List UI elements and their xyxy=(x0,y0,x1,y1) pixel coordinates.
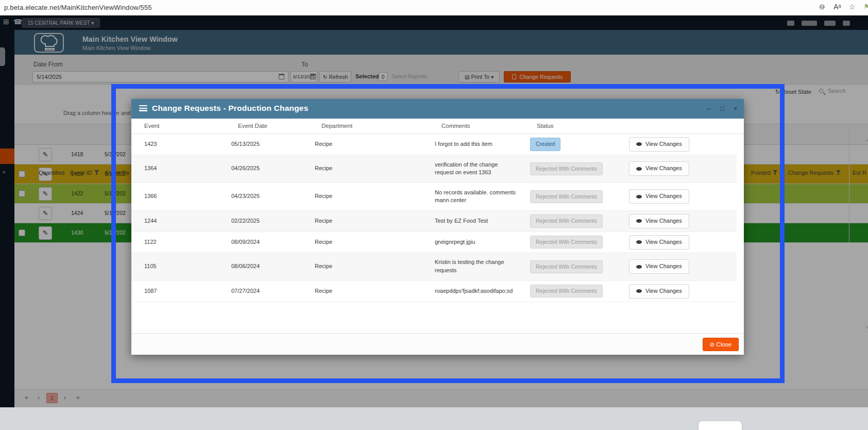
screen: p.beta.elecate.net/MainKitchenViewWindow… xyxy=(0,0,868,430)
status-cell: Rejected With Comments xyxy=(524,211,623,230)
status-badge: Rejected With Comments xyxy=(530,285,603,297)
modal-table-row[interactable]: 112208/09/2024Recipegneignrpegt jgiuReje… xyxy=(131,232,737,253)
comment-cell: gneignrpegt jgiu xyxy=(429,235,524,250)
scroll-up-icon[interactable]: ▲ xyxy=(865,137,868,142)
event-date-cell: 07/27/2024 xyxy=(225,284,309,299)
corner-tooltip xyxy=(699,421,742,430)
column-status[interactable]: Status xyxy=(537,123,554,129)
column-event-date[interactable]: Event Date xyxy=(238,123,267,129)
eye-icon xyxy=(636,240,642,244)
status-badge: Rejected With Comments xyxy=(530,190,603,203)
status-cell: Created xyxy=(524,135,623,154)
column-event[interactable]: Event xyxy=(144,123,159,129)
actions-cell: View Changes xyxy=(623,186,725,207)
actions-cell: View Changes xyxy=(623,134,725,155)
modal-footer: ⊘ Close xyxy=(131,333,744,355)
status-cell: Rejected With Comments xyxy=(524,159,623,178)
event-cell: 1105 xyxy=(131,259,225,274)
view-changes-button[interactable]: View Changes xyxy=(629,161,689,176)
status-cell: Rejected With Comments xyxy=(524,282,623,301)
event-date-cell: 02/22/2025 xyxy=(225,214,309,228)
modal-table-header: Event Event Date Department Comments Sta… xyxy=(131,119,744,134)
comment-cell: Kristin is testing the change requests xyxy=(429,255,524,278)
modal-table-row[interactable]: 136604/23/2025RecipeNo records available… xyxy=(131,183,737,211)
view-changes-button[interactable]: View Changes xyxy=(629,259,689,274)
department-cell: Recipe xyxy=(309,259,429,274)
event-date-cell: 04/23/2025 xyxy=(225,189,309,204)
comment-cell: roaepddps'fjsadkf;asodifapo;sd xyxy=(429,284,524,299)
comment-cell: No records available. comments mann cent… xyxy=(429,186,524,208)
actions-cell: View Changes xyxy=(623,211,725,231)
url-text[interactable]: p.beta.elecate.net/MainKitchenViewWindow… xyxy=(4,4,152,11)
event-cell: 1366 xyxy=(131,189,225,204)
scroll-down-icon[interactable]: ▼ xyxy=(865,325,868,330)
event-cell: 1087 xyxy=(131,284,225,299)
department-cell: Recipe xyxy=(309,137,429,152)
department-cell: Recipe xyxy=(309,235,429,250)
event-date-cell: 05/13/2025 xyxy=(225,137,309,152)
actions-cell: View Changes xyxy=(623,281,725,302)
department-cell: Recipe xyxy=(309,161,429,176)
eye-icon xyxy=(636,289,642,293)
column-department[interactable]: Department xyxy=(321,123,352,129)
comment-cell: I forgot to add this item xyxy=(429,137,524,152)
status-badge: Rejected With Comments xyxy=(530,260,603,273)
eye-icon xyxy=(636,167,642,171)
event-date-cell: 04/26/2025 xyxy=(225,161,309,176)
close-x-icon[interactable]: × xyxy=(734,105,738,112)
event-cell: 1122 xyxy=(131,235,225,250)
comment-cell: verification of the change request on ev… xyxy=(429,158,524,180)
modal-table-row[interactable]: 136404/26/2025Recipeverification of the … xyxy=(131,155,737,183)
text-size-icon[interactable]: Aᵃ xyxy=(833,3,841,11)
pin-icon[interactable]: ⚑ xyxy=(863,3,868,11)
view-changes-button[interactable]: View Changes xyxy=(629,214,689,228)
actions-cell: View Changes xyxy=(623,256,725,277)
event-cell: 1364 xyxy=(131,161,225,176)
event-date-cell: 08/06/2024 xyxy=(225,259,309,274)
department-cell: Recipe xyxy=(309,284,429,299)
view-changes-button[interactable]: View Changes xyxy=(629,189,689,204)
status-badge: Rejected With Comments xyxy=(530,162,603,175)
status-badge: Rejected With Comments xyxy=(530,214,603,227)
department-cell: Recipe xyxy=(309,214,429,228)
modal-table-row[interactable]: 124402/22/2025RecipeTest by EZ Food Test… xyxy=(131,211,737,232)
modal-table-row[interactable]: 142305/13/2025RecipeI forgot to add this… xyxy=(131,134,737,155)
actions-cell: View Changes xyxy=(623,158,725,179)
status-cell: Rejected With Comments xyxy=(524,257,623,276)
cancel-circle-icon: ⊘ xyxy=(710,341,715,348)
event-date-cell: 08/09/2024 xyxy=(225,235,309,250)
change-requests-modal: Change Requests - Production Changes – □… xyxy=(131,99,744,355)
event-cell: 1244 xyxy=(131,214,225,228)
modal-title-bar[interactable]: Change Requests - Production Changes – □… xyxy=(131,99,744,119)
view-changes-button[interactable]: View Changes xyxy=(629,137,689,152)
status-cell: Rejected With Comments xyxy=(524,233,623,252)
status-badge: Created xyxy=(530,138,560,151)
modal-table-body: 142305/13/2025RecipeI forgot to add this… xyxy=(131,134,737,302)
comment-cell: Test by EZ Food Test xyxy=(429,214,524,228)
column-comments[interactable]: Comments xyxy=(441,123,470,129)
department-cell: Recipe xyxy=(309,189,429,204)
maximize-icon[interactable]: □ xyxy=(720,105,724,112)
status-badge: Rejected With Comments xyxy=(530,236,603,249)
event-cell: 1423 xyxy=(131,137,225,152)
favorites-star-icon[interactable]: ☆ xyxy=(849,3,856,11)
zoom-out-icon[interactable]: ⊖ xyxy=(819,3,825,11)
eye-icon xyxy=(636,219,642,223)
status-cell: Rejected With Comments xyxy=(524,187,623,206)
actions-cell: View Changes xyxy=(623,232,725,253)
modal-title: Change Requests - Production Changes xyxy=(152,104,308,113)
modal-table-row[interactable]: 108707/27/2024Reciperoaepddps'fjsadkf;as… xyxy=(131,281,737,302)
minimize-icon[interactable]: – xyxy=(707,105,710,112)
eye-icon xyxy=(636,265,642,269)
browser-address-bar: p.beta.elecate.net/MainKitchenViewWindow… xyxy=(0,0,868,15)
close-button[interactable]: ⊘ Close xyxy=(703,338,739,351)
list-icon xyxy=(139,105,147,112)
eye-icon xyxy=(636,142,642,146)
eye-icon xyxy=(636,195,642,199)
view-changes-button[interactable]: View Changes xyxy=(629,284,689,299)
modal-table-row[interactable]: 110508/06/2024RecipeKristin is testing t… xyxy=(131,253,737,281)
view-changes-button[interactable]: View Changes xyxy=(629,235,689,250)
